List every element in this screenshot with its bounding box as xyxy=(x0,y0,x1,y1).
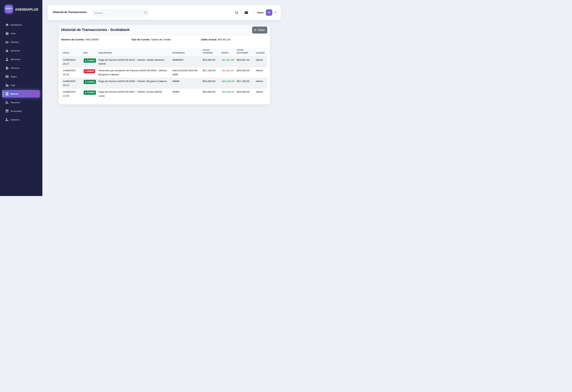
svg-text:$: $ xyxy=(7,67,7,69)
